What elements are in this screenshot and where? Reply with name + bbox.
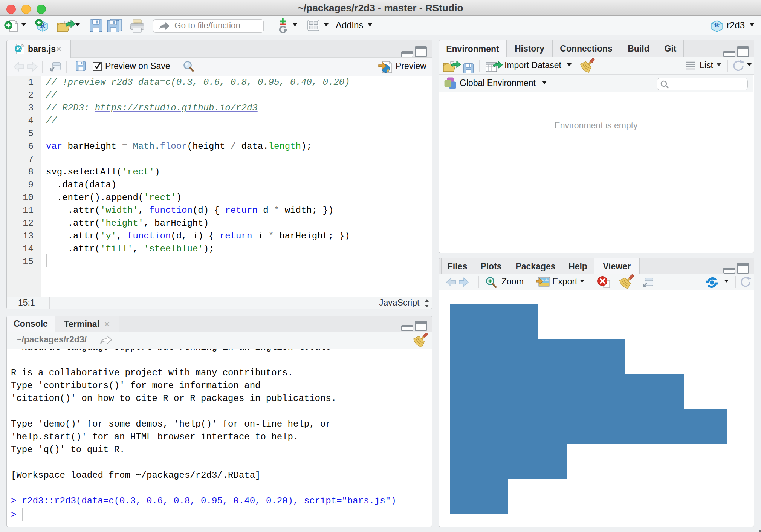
svg-text:R: R	[715, 21, 720, 29]
svg-text:JS: JS	[16, 47, 21, 51]
